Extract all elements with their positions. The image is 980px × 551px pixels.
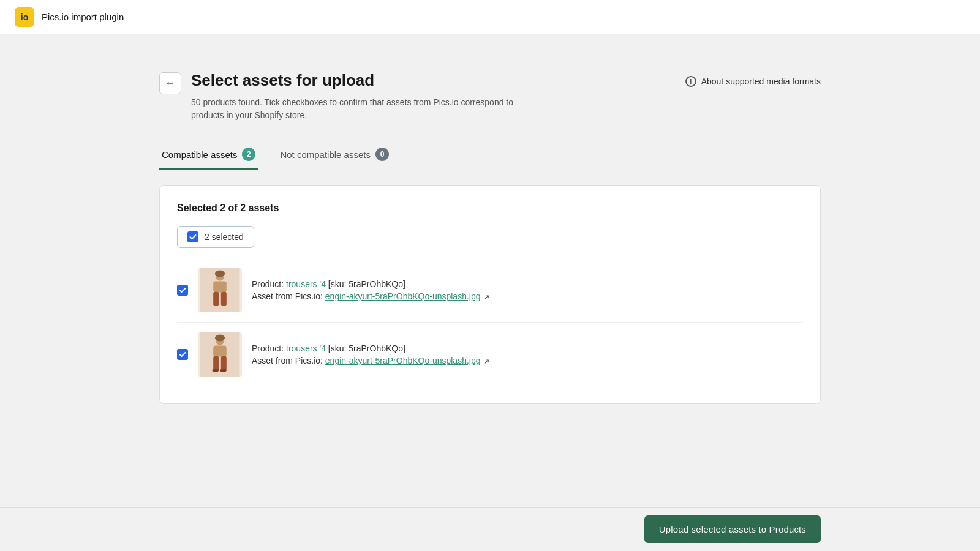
asset-info-2: Product: trousers '4 [sku: 5raPrOhbKQo] … [252, 343, 803, 365]
page-header-right: i About supported media formats [685, 76, 821, 87]
svg-rect-10 [213, 356, 219, 370]
figure-svg-1 [198, 268, 242, 312]
asset-file-prefix-1: Asset from Pics.io: [252, 291, 325, 301]
back-button[interactable]: ← [159, 72, 181, 94]
app-header: io Pics.io import plugin [0, 0, 980, 34]
checkmark-icon [179, 351, 186, 358]
asset-checkbox-2[interactable] [177, 349, 188, 360]
asset-card: Selected 2 of 2 assets 2 selected [159, 185, 821, 404]
select-all-row: 2 selected [177, 226, 803, 248]
upload-button[interactable]: Upload selected assets to Products [644, 515, 821, 543]
select-all-button[interactable]: 2 selected [177, 226, 254, 248]
checkmark-icon [179, 287, 186, 294]
external-link-icon-2: ↗ [484, 358, 489, 365]
page-header: ← Select assets for upload 50 products f… [159, 71, 821, 122]
app-title: Pics.io import plugin [42, 12, 124, 22]
asset-thumbnail-1 [198, 268, 242, 312]
asset-product-prefix-1: Product: [252, 279, 286, 289]
asset-file-line-2: Asset from Pics.io: engin-akyurt-5raPrOh… [252, 356, 803, 365]
asset-product-sku-1: [sku: 5raPrOhbKQo] [328, 279, 405, 289]
page-title-block: Select assets for upload 50 products fou… [191, 71, 534, 122]
app-logo: io [15, 7, 34, 27]
tab-compatible-assets-badge: 2 [242, 148, 255, 161]
page-subtitle: 50 products found. Tick checkboxes to co… [191, 96, 534, 122]
page-header-left: ← Select assets for upload 50 products f… [159, 71, 534, 122]
info-link[interactable]: About supported media formats [701, 77, 821, 86]
checkmark-icon [189, 233, 197, 241]
tabs-bar: Compatible assets 2 Not compatible asset… [159, 141, 821, 170]
asset-product-line-2: Product: trousers '4 [sku: 5raPrOhbKQo] [252, 343, 803, 353]
back-arrow-icon: ← [165, 78, 175, 89]
svg-rect-9 [213, 346, 227, 357]
tab-not-compatible-assets-label: Not compatible assets [280, 149, 371, 160]
asset-item: Product: trousers '4 [sku: 5raPrOhbKQo] … [177, 258, 803, 322]
svg-rect-4 [213, 292, 219, 306]
main-content: ← Select assets for upload 50 products f… [0, 34, 980, 551]
asset-checkbox-1[interactable] [177, 285, 188, 296]
tab-not-compatible-assets-badge: 0 [375, 148, 389, 161]
bottom-bar: Upload selected assets to Products [0, 507, 980, 551]
asset-product-sku-2: [sku: 5raPrOhbKQo] [328, 343, 405, 353]
asset-product-line-1: Product: trousers '4 [sku: 5raPrOhbKQo] [252, 279, 803, 289]
tab-not-compatible-assets[interactable]: Not compatible assets 0 [277, 141, 391, 170]
asset-file-link-2[interactable]: engin-akyurt-5raPrOhbKQo-unsplash.jpg [325, 356, 481, 365]
asset-file-link-1[interactable]: engin-akyurt-5raPrOhbKQo-unsplash.jpg [325, 291, 481, 301]
info-icon: i [685, 76, 696, 87]
asset-file-line-1: Asset from Pics.io: engin-akyurt-5raPrOh… [252, 291, 803, 301]
asset-product-link-1[interactable]: trousers '4 [286, 279, 326, 289]
bottom-spacer [159, 404, 821, 453]
asset-product-link-2[interactable]: trousers '4 [286, 343, 326, 353]
svg-rect-3 [213, 282, 227, 293]
svg-rect-12 [212, 369, 219, 372]
select-all-label: 2 selected [205, 232, 244, 242]
svg-rect-13 [220, 369, 227, 372]
page-title: Select assets for upload [191, 71, 534, 90]
svg-point-8 [215, 335, 225, 342]
asset-info-1: Product: trousers '4 [sku: 5raPrOhbKQo] … [252, 279, 803, 301]
figure-svg-2 [198, 332, 242, 377]
asset-file-prefix-2: Asset from Pics.io: [252, 356, 325, 365]
external-link-icon-1: ↗ [484, 293, 489, 301]
svg-rect-11 [221, 356, 227, 370]
svg-rect-5 [221, 292, 227, 306]
tab-compatible-assets[interactable]: Compatible assets 2 [159, 141, 258, 170]
asset-product-prefix-2: Product: [252, 343, 286, 353]
asset-item-2: Product: trousers '4 [sku: 5raPrOhbKQo] … [177, 322, 803, 386]
svg-point-2 [215, 271, 225, 277]
asset-card-header: Selected 2 of 2 assets [177, 203, 803, 214]
tab-compatible-assets-label: Compatible assets [162, 149, 237, 160]
select-all-checkbox[interactable] [187, 231, 198, 242]
asset-thumbnail-2 [198, 332, 242, 377]
